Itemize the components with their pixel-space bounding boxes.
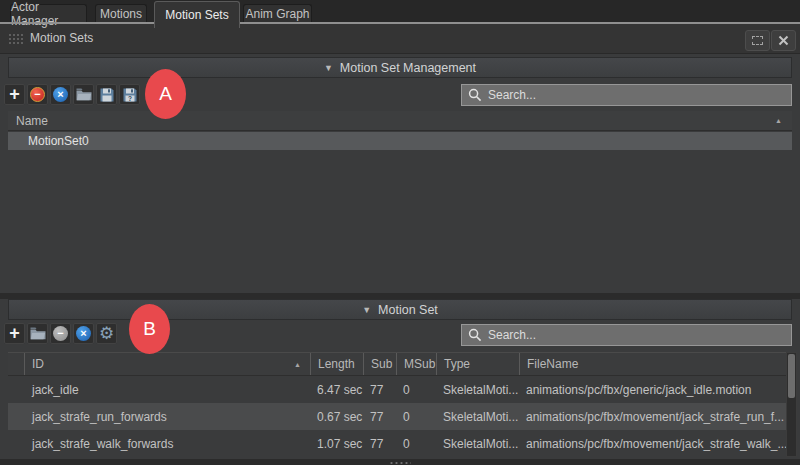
section-title: Motion Set Management [340,61,476,75]
cell-id: jack_idle [24,376,310,403]
cell-id: jack_strafe_run_forwards [24,403,310,430]
annotation-badge-b: B [129,304,170,354]
remove-icon: − [30,87,45,102]
management-search-input[interactable] [488,88,785,102]
column-header-filename[interactable]: FileName [519,353,786,375]
motion-sets-window: Actor Manager Motions Motion Sets Anim G… [0,0,800,465]
panel-title: Motion Sets [30,31,93,45]
clear-motion-sets-button[interactable]: × [50,84,71,105]
motion-set-toolbar: + − × ⚙ [4,323,117,344]
motion-set-search-box[interactable] [461,324,792,346]
float-window-icon [752,36,763,45]
motion-row-jack-strafe-walk-forwards[interactable]: jack_strafe_walk_forwards 1.07 sec 77 0 … [8,430,786,457]
motion-set-search-input[interactable] [488,328,785,342]
section-title: Motion Set [378,303,438,317]
add-motion-button[interactable]: + [4,323,25,344]
management-search-box[interactable] [461,84,792,106]
clear-motions-button[interactable]: × [73,323,94,344]
cell-filename: animations/pc/fbx/generic/jack_idle.moti… [519,376,786,403]
cell-type: SkeletalMoti... [436,403,519,430]
open-motion-set-button[interactable] [73,84,94,105]
motion-row-jack-strafe-run-forwards[interactable]: jack_strafe_run_forwards 0.67 sec 77 0 S… [8,403,786,430]
column-header-length[interactable]: Length [310,353,363,375]
splitter-grip-icon [389,461,411,464]
motion-set-management-header[interactable]: ▼ Motion Set Management [8,57,792,78]
column-header-msub[interactable]: MSub [396,353,436,375]
column-header-id[interactable]: ID ▲ [24,353,310,375]
panel-title-bar: Motion Sets [0,24,800,54]
search-icon [468,88,482,102]
float-window-button[interactable] [745,30,770,51]
save-motion-set-button[interactable] [96,84,117,105]
cell-sub: 77 [363,376,396,403]
tab-underline [0,22,800,24]
add-icon: + [9,325,20,341]
motion-set-header[interactable]: ▼ Motion Set [8,299,792,320]
clear-icon: × [53,87,68,102]
motion-set-row-selected[interactable]: MotionSet0 [8,132,792,150]
drag-grip-icon[interactable] [8,33,25,46]
close-button[interactable] [771,30,796,51]
load-motions-button[interactable] [27,323,48,344]
save-as-icon: ? [123,88,137,102]
cell-length: 6.47 sec [310,376,363,403]
open-folder-icon [76,88,92,101]
cell-sub: 77 [363,430,396,457]
tab-motions[interactable]: Motions [95,4,147,22]
close-icon [778,35,789,46]
open-folder-icon [30,327,46,340]
clear-icon: × [76,326,91,341]
cell-length: 1.07 sec [310,430,363,457]
gear-icon: ⚙ [99,325,114,342]
cell-msub: 0 [396,430,436,457]
scrollbar-thumb[interactable] [788,354,795,398]
cell-type: SkeletalMoti... [436,430,519,457]
vertical-scrollbar[interactable] [786,352,797,457]
svg-text:?: ? [128,94,132,101]
sort-ascending-icon: ▲ [775,117,782,124]
column-header-type[interactable]: Type [436,353,519,375]
save-icon [100,88,114,102]
remove-motion-button[interactable]: − [50,323,71,344]
management-toolbar: + − × [4,84,140,105]
collapse-icon: ▼ [362,305,371,315]
collapse-icon: ▼ [324,63,333,73]
cell-msub: 0 [396,403,436,430]
motion-properties-button[interactable]: ⚙ [96,323,117,344]
header-spacer [8,353,24,375]
name-column-header[interactable]: Name ▲ [8,111,792,131]
remove-motion-set-button[interactable]: − [27,84,48,105]
tab-anim-graph[interactable]: Anim Graph [243,4,312,22]
add-icon: + [9,86,20,102]
search-icon [468,328,482,342]
save-as-motion-set-button[interactable]: ? [119,84,140,105]
tab-actor-manager[interactable]: Actor Manager [10,4,87,22]
remove-icon: − [53,326,68,341]
motion-row-jack-idle[interactable]: jack_idle 6.47 sec 77 0 SkeletalMoti... … [8,376,786,403]
cell-id: jack_strafe_walk_forwards [24,430,310,457]
tab-bar: Actor Manager Motions Motion Sets Anim G… [0,0,800,24]
tab-motion-sets[interactable]: Motion Sets [154,1,240,28]
add-motion-set-button[interactable]: + [4,84,25,105]
column-header-sub[interactable]: Sub [363,353,396,375]
sort-ascending-icon: ▲ [294,361,301,368]
cell-length: 0.67 sec [310,403,363,430]
cell-type: SkeletalMoti... [436,376,519,403]
cell-msub: 0 [396,376,436,403]
cell-filename: animations/pc/fbx/movement/jack_strafe_r… [519,403,786,430]
motion-table-header: ID ▲ Length Sub MSub Type FileName [8,352,786,376]
cell-filename: animations/pc/fbx/movement/jack_strafe_w… [519,430,786,457]
cell-sub: 77 [363,403,396,430]
annotation-badge-a: A [145,69,186,119]
name-column-label: Name [8,114,48,128]
